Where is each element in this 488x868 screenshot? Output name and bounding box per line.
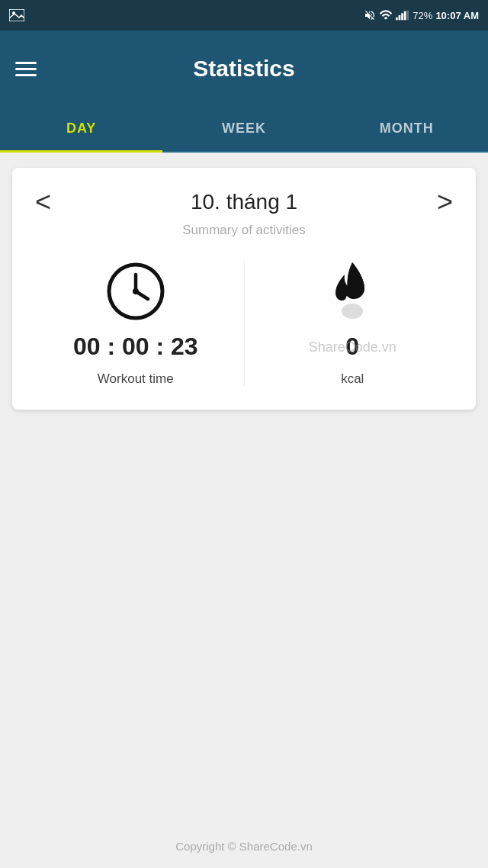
tabs-container: DAY WEEK MONTH (0, 107, 488, 153)
tab-week[interactable]: WEEK (162, 107, 325, 151)
svg-point-10 (133, 288, 139, 294)
signal-icon (396, 10, 409, 21)
workout-time-label: Workout time (98, 371, 174, 387)
status-time: 10:07 AM (435, 10, 479, 21)
date-navigation: < 10. tháng 1 > (27, 186, 461, 218)
menu-button[interactable] (15, 62, 37, 76)
next-day-button[interactable]: > (429, 186, 461, 218)
status-bar: 72% 10:07 AM (0, 0, 488, 31)
calories-value-container: 0 ShareCode.vn (345, 333, 359, 361)
svg-point-11 (342, 304, 363, 319)
wifi-icon (379, 10, 393, 21)
stats-row: 00 : 00 : 23 Workout time 0 ShareCode.vn… (27, 261, 461, 387)
tab-month[interactable]: MONTH (326, 107, 488, 151)
status-bar-right: 72% 10:07 AM (364, 9, 479, 21)
svg-rect-3 (399, 15, 401, 20)
main-content: < 10. tháng 1 > Summary of activities 00… (0, 153, 488, 825)
footer: Copyright © ShareCode.vn (0, 825, 488, 868)
flame-icon (325, 261, 380, 322)
workout-time-value: 00 : 00 : 23 (73, 333, 198, 361)
app-header: Statistics (0, 31, 488, 107)
image-icon (9, 9, 24, 21)
calories-value: 0 (345, 333, 359, 361)
status-bar-left (9, 9, 24, 21)
svg-rect-4 (402, 13, 404, 20)
svg-rect-6 (407, 11, 409, 21)
footer-text: Copyright © ShareCode.vn (175, 840, 312, 853)
page-title: Statistics (55, 56, 433, 82)
card-subtitle: Summary of activities (27, 223, 461, 238)
calories-label: kcal (341, 371, 364, 387)
svg-rect-2 (396, 18, 398, 21)
summary-card: < 10. tháng 1 > Summary of activities 00… (12, 168, 476, 410)
calories-stat: 0 ShareCode.vn kcal (245, 261, 461, 387)
battery-level: 72% (413, 10, 432, 21)
clock-icon (105, 261, 166, 322)
prev-day-button[interactable]: < (27, 186, 59, 218)
svg-rect-5 (404, 11, 406, 21)
mute-icon (364, 9, 376, 21)
current-date: 10. tháng 1 (191, 190, 297, 214)
tab-day[interactable]: DAY (0, 107, 162, 153)
workout-stat: 00 : 00 : 23 Workout time (27, 261, 244, 387)
